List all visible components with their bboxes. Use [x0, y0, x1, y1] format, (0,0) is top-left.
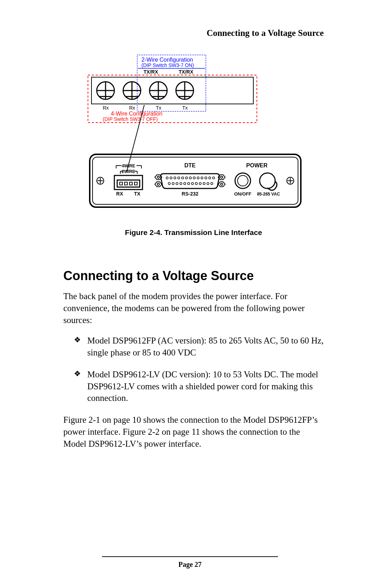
svg-rect-51 [120, 182, 122, 185]
svg-point-80 [172, 182, 174, 185]
svg-text:Tx: Tx [182, 105, 188, 111]
svg-point-74 [197, 177, 199, 179]
svg-text:TX/RX: TX/RX [144, 69, 158, 75]
svg-text:2WIRE: 2WIRE [122, 169, 135, 174]
svg-point-86 [195, 182, 197, 185]
svg-point-77 [209, 177, 211, 179]
svg-point-79 [168, 182, 170, 185]
svg-point-71 [185, 177, 188, 179]
svg-point-85 [191, 182, 194, 185]
svg-point-76 [205, 177, 207, 179]
svg-point-82 [180, 182, 182, 185]
svg-point-66 [166, 177, 168, 179]
section-heading-voltage: Connecting to a Voltage Source [63, 268, 324, 283]
svg-text:TX: TX [134, 191, 141, 197]
svg-marker-60 [155, 182, 162, 187]
list-item: Model DSP9612-LV (DC version): 10 to 53 … [74, 369, 324, 404]
figure-container: 2-Wire Configuration (DIP Switch SW3-7 O… [63, 50, 324, 219]
svg-point-88 [203, 182, 205, 185]
svg-point-69 [178, 177, 180, 179]
svg-text:4-Wire Configuration: 4-Wire Configuration [111, 111, 163, 117]
svg-point-67 [170, 177, 172, 179]
svg-text:TX/RX: TX/RX [179, 69, 194, 75]
list-item: Model DSP9612FP (AC version): 85 to 265 … [74, 335, 324, 359]
page-footer: Page 27 [0, 556, 380, 569]
closing-paragraph: Figure 2-1 on page 10 shows the connecti… [63, 414, 324, 450]
svg-text:RS-232: RS-232 [182, 191, 198, 197]
svg-rect-54 [134, 182, 137, 185]
svg-point-87 [199, 182, 201, 185]
svg-point-63 [221, 176, 223, 178]
svg-rect-50 [117, 180, 140, 187]
svg-text:85-265 VAC: 85-265 VAC [257, 192, 280, 197]
svg-point-65 [221, 183, 223, 185]
svg-point-83 [184, 182, 186, 185]
svg-text:ON/OFF: ON/OFF [234, 191, 251, 197]
svg-marker-64 [218, 182, 225, 187]
svg-rect-53 [129, 182, 132, 185]
footer-rule [102, 556, 278, 557]
svg-text:4WIRE: 4WIRE [122, 163, 135, 168]
transmission-line-diagram: 2-Wire Configuration (DIP Switch SW3-7 O… [81, 50, 306, 219]
svg-rect-52 [125, 182, 127, 185]
svg-text:(DIP Switch SW3-7 OFF): (DIP Switch SW3-7 OFF) [103, 116, 158, 122]
svg-point-90 [211, 182, 213, 185]
svg-point-96 [260, 173, 275, 188]
svg-point-94 [238, 175, 248, 186]
page-header-title: Connecting to a Voltage Source [63, 28, 324, 38]
figure-caption: Figure 2-4. Transmission Line Interface [63, 228, 324, 237]
svg-point-70 [182, 177, 184, 179]
svg-point-68 [174, 177, 176, 179]
svg-point-75 [201, 177, 203, 179]
svg-point-73 [193, 177, 195, 179]
svg-point-59 [157, 176, 159, 178]
svg-point-72 [189, 177, 191, 179]
svg-text:Tx: Tx [156, 105, 162, 111]
svg-point-81 [176, 182, 178, 185]
svg-text:Rx: Rx [129, 105, 135, 111]
svg-text:Rx: Rx [103, 105, 109, 111]
power-sources-list: Model DSP9612FP (AC version): 85 to 265 … [63, 335, 324, 404]
svg-point-84 [188, 182, 190, 185]
svg-text:2-Wire Configuration: 2-Wire Configuration [141, 57, 193, 63]
intro-paragraph: The back panel of the modem provides the… [63, 290, 324, 326]
svg-text:RX: RX [116, 191, 123, 197]
svg-rect-7 [91, 77, 253, 104]
svg-text:(DIP Switch SW3-7 ON): (DIP Switch SW3-7 ON) [141, 62, 194, 68]
svg-text:DTE: DTE [184, 162, 196, 168]
svg-point-89 [207, 182, 209, 185]
svg-point-61 [157, 183, 159, 185]
svg-text:POWER: POWER [246, 162, 268, 168]
svg-point-78 [213, 177, 215, 179]
page-number: Page 27 [178, 561, 202, 568]
